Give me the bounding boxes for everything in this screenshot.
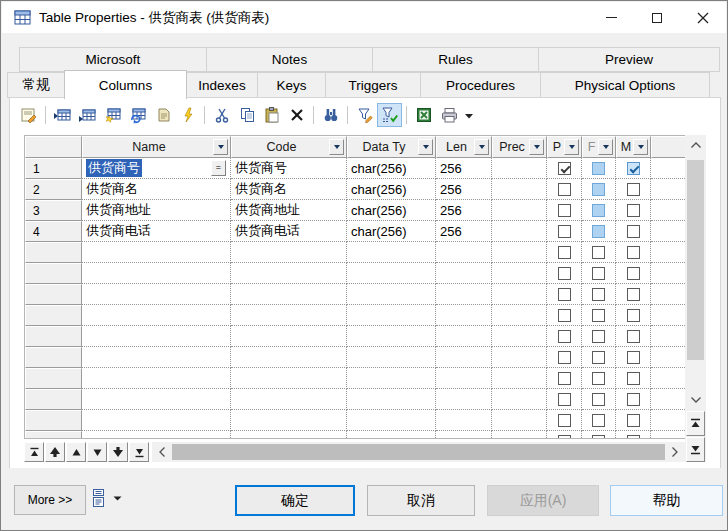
name-filter-dropdown[interactable]: [213, 139, 228, 155]
length-cell[interactable]: [436, 326, 492, 347]
ok-button[interactable]: 确定: [235, 485, 355, 516]
mandatory-checkbox[interactable]: [627, 162, 640, 175]
column-header-datatype[interactable]: Data Ty: [347, 136, 436, 158]
length-cell[interactable]: [436, 242, 492, 263]
mandatory-cell[interactable]: [616, 200, 651, 221]
mandatory-checkbox[interactable]: [627, 309, 640, 322]
column-header-foreign[interactable]: F: [582, 136, 616, 158]
code-cell[interactable]: 供货商号: [231, 158, 347, 179]
primary-cell[interactable]: [547, 305, 582, 326]
tab-indexes[interactable]: Indexes: [186, 72, 258, 98]
foreign-checkbox[interactable]: [592, 330, 605, 343]
primary-filter-dropdown[interactable]: [564, 139, 579, 155]
length-cell[interactable]: 256: [436, 200, 492, 221]
row-number-cell[interactable]: [25, 368, 82, 389]
foreign-cell[interactable]: [582, 200, 616, 221]
move-row-down-fast-button[interactable]: [108, 442, 128, 462]
tab-general[interactable]: 常规: [7, 72, 65, 98]
datatype-cell[interactable]: char(256): [347, 158, 436, 179]
primary-cell[interactable]: [547, 347, 582, 368]
length-cell[interactable]: 256: [436, 221, 492, 242]
name-cell[interactable]: [82, 284, 231, 305]
tab-microsoft[interactable]: Microsoft: [19, 47, 207, 72]
datatype-cell[interactable]: [347, 242, 436, 263]
vertical-scroll-thumb[interactable]: [687, 160, 704, 360]
primary-checkbox[interactable]: [558, 351, 571, 364]
datatype-cell[interactable]: [347, 368, 436, 389]
mandatory-checkbox[interactable]: [627, 225, 640, 238]
primary-cell[interactable]: [547, 326, 582, 347]
mandatory-cell[interactable]: [616, 242, 651, 263]
length-cell[interactable]: [436, 263, 492, 284]
tab-preview[interactable]: Preview: [538, 47, 720, 72]
precision-cell[interactable]: [492, 263, 547, 284]
primary-cell[interactable]: [547, 410, 582, 431]
move-row-to-top-button[interactable]: [24, 442, 44, 462]
more-button[interactable]: More >>: [14, 485, 86, 515]
mandatory-checkbox[interactable]: [627, 351, 640, 364]
primary-checkbox[interactable]: [558, 246, 571, 259]
foreign-checkbox[interactable]: [592, 435, 605, 440]
properties-button[interactable]: [16, 103, 41, 127]
copy-note-button[interactable]: [150, 103, 175, 127]
code-cell[interactable]: 供货商名: [231, 179, 347, 200]
mandatory-filter-dropdown[interactable]: [633, 139, 648, 155]
foreign-cell[interactable]: [582, 368, 616, 389]
primary-cell[interactable]: [547, 200, 582, 221]
help-button[interactable]: 帮助: [610, 485, 723, 516]
mandatory-cell[interactable]: [616, 368, 651, 389]
foreign-cell[interactable]: [582, 263, 616, 284]
vertical-scrollbar[interactable]: [685, 135, 706, 462]
excel-export-button[interactable]: [411, 103, 436, 127]
name-cell[interactable]: [82, 263, 231, 284]
length-cell[interactable]: [436, 389, 492, 410]
datatype-cell[interactable]: [347, 347, 436, 368]
primary-cell[interactable]: [547, 284, 582, 305]
name-cell[interactable]: 供货商号=: [82, 158, 231, 179]
name-cell[interactable]: [82, 431, 231, 439]
mandatory-checkbox[interactable]: [627, 414, 640, 427]
datatype-cell[interactable]: [347, 263, 436, 284]
primary-cell[interactable]: [547, 158, 582, 179]
primary-cell[interactable]: [547, 263, 582, 284]
foreign-checkbox[interactable]: [592, 246, 605, 259]
name-cell[interactable]: [82, 347, 231, 368]
mandatory-checkbox[interactable]: [627, 372, 640, 385]
copy-button[interactable]: [234, 103, 259, 127]
primary-checkbox[interactable]: [558, 309, 571, 322]
precision-cell[interactable]: [492, 221, 547, 242]
insert-row-button[interactable]: [50, 103, 75, 127]
vertical-scroll-track[interactable]: [685, 155, 706, 390]
wizard-button[interactable]: [175, 103, 200, 127]
primary-checkbox[interactable]: [558, 435, 571, 440]
mandatory-cell[interactable]: [616, 431, 651, 439]
datatype-cell[interactable]: [347, 284, 436, 305]
code-cell[interactable]: [231, 389, 347, 410]
add-row-end-button[interactable]: [100, 103, 125, 127]
precision-cell[interactable]: [492, 326, 547, 347]
row-number-cell[interactable]: [25, 326, 82, 347]
code-cell[interactable]: [231, 305, 347, 326]
mandatory-checkbox[interactable]: [627, 393, 640, 406]
primary-checkbox[interactable]: [558, 225, 571, 238]
primary-checkbox[interactable]: [558, 330, 571, 343]
primary-checkbox[interactable]: [558, 288, 571, 301]
datatype-cell[interactable]: [347, 389, 436, 410]
datatype-cell[interactable]: char(256): [347, 200, 436, 221]
tab-columns[interactable]: Columns: [64, 70, 187, 99]
tab-physical-options[interactable]: Physical Options: [540, 72, 710, 98]
grid-corner-cell[interactable]: [25, 136, 82, 158]
precision-cell[interactable]: [492, 368, 547, 389]
tab-procedures[interactable]: Procedures: [420, 72, 541, 98]
mandatory-checkbox[interactable]: [627, 288, 640, 301]
mandatory-cell[interactable]: [616, 326, 651, 347]
primary-checkbox[interactable]: [558, 372, 571, 385]
foreign-cell[interactable]: [582, 389, 616, 410]
close-button[interactable]: [680, 2, 726, 33]
foreign-cell[interactable]: [582, 158, 616, 179]
foreign-checkbox[interactable]: [592, 351, 605, 364]
cut-button[interactable]: [209, 103, 234, 127]
datatype-cell[interactable]: [347, 305, 436, 326]
precision-cell[interactable]: [492, 389, 547, 410]
mandatory-cell[interactable]: [616, 221, 651, 242]
